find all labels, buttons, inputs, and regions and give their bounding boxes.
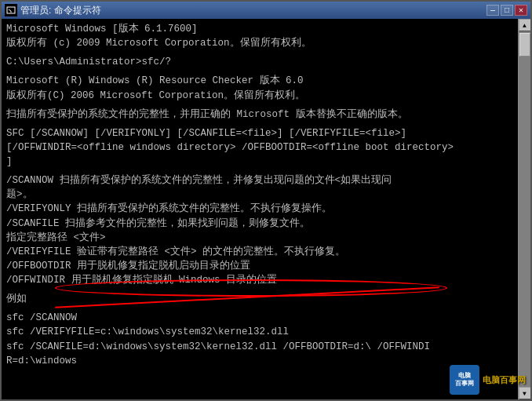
terminal-line: 版权所有(C) 2006 Microsoft Corporation。保留所有权… — [6, 89, 513, 103]
terminal-line: /SCANFILE 扫描参考文件的完整性，如果找到问题，则修复文件。 — [6, 217, 513, 231]
window-title: 管理员: 命令提示符 — [20, 4, 101, 17]
terminal-line: Microsoft Windows [版本 6.1.7600] — [6, 22, 513, 36]
titlebar: 管理员: 命令提示符 — □ ✕ — [2, 2, 530, 19]
titlebar-left: 管理员: 命令提示符 — [5, 4, 101, 17]
scrollbar[interactable]: ▲ ▼ — [518, 19, 530, 399]
terminal-line: /OFFWINDIR 用于脱机修复指定脱机 Windows 目录的位置 — [6, 273, 513, 287]
terminal-line: 版权所有 (c) 2009 Microsoft Corporation。保留所有… — [6, 36, 513, 50]
watermark: 电脑百事网 电脑百事网 — [450, 365, 526, 395]
terminal-line: C:\Users\Administrator>sfc/? — [6, 55, 513, 69]
maximize-button[interactable]: □ — [501, 5, 513, 16]
terminal: Microsoft Windows [版本 6.1.7600]版权所有 (c) … — [2, 19, 530, 399]
scroll-up-arrow[interactable]: ▲ — [519, 19, 531, 31]
titlebar-buttons: — □ ✕ — [486, 5, 527, 16]
scroll-track[interactable] — [519, 31, 530, 387]
terminal-line: 例如 — [6, 292, 513, 306]
terminal-line: /VERIFYONLY 扫描所有受保护的系统文件的完整性。不执行修复操作。 — [6, 202, 513, 216]
scroll-thumb[interactable] — [519, 33, 530, 57]
terminal-line: SFC [/SCANNOW] [/VERIFYONLY] [/SCANFILE=… — [6, 126, 513, 140]
terminal-line: /VERIFYFILE 验证带有完整路径 <文件> 的文件的完整性。不执行修复。 — [6, 245, 513, 259]
terminal-line: sfc /SCANFILE=d:\windows\system32\kernel… — [6, 340, 513, 354]
minimize-button[interactable]: — — [486, 5, 499, 16]
terminal-line: /OFFBOOTDIR 用于脱机修复指定脱机启动目录的位置 — [6, 259, 513, 273]
terminal-line: [/OFFWINDIR=<offline windows directory> … — [6, 140, 513, 155]
terminal-line: 指定完整路径 <文件> — [6, 231, 513, 245]
terminal-line: sfc /VERIFYFILE=c:\windows\system32\kern… — [6, 325, 513, 339]
watermark-logo: 电脑百事网 — [450, 365, 479, 395]
terminal-lines: Microsoft Windows [版本 6.1.7600]版权所有 (c) … — [6, 22, 513, 368]
watermark-logo-text: 电脑百事网 — [455, 372, 474, 387]
cmd-icon — [5, 4, 17, 16]
terminal-line: 题>。 — [6, 188, 513, 202]
terminal-line: ] — [6, 155, 513, 169]
terminal-line: /SCANNOW 扫描所有受保护的系统文件的完整性，并修复出现问题的文件<如果出… — [6, 173, 513, 188]
terminal-content[interactable]: Microsoft Windows [版本 6.1.7600]版权所有 (c) … — [2, 19, 518, 399]
terminal-line: 扫描所有受保护的系统文件的完整性，并用正确的 Microsoft 版本替换不正确… — [6, 108, 513, 122]
cmd-window: 管理员: 命令提示符 — □ ✕ Microsoft Windows [版本 6… — [0, 0, 532, 401]
terminal-line: sfc /SCANNOW — [6, 311, 513, 325]
terminal-line: Microsoft (R) Windows (R) Resource Check… — [6, 74, 513, 88]
svg-line-1 — [9, 9, 11, 11]
watermark-site-text: 电脑百事网 — [483, 374, 526, 386]
terminal-line: R=d:\windows — [6, 354, 513, 368]
close-button[interactable]: ✕ — [515, 5, 527, 16]
